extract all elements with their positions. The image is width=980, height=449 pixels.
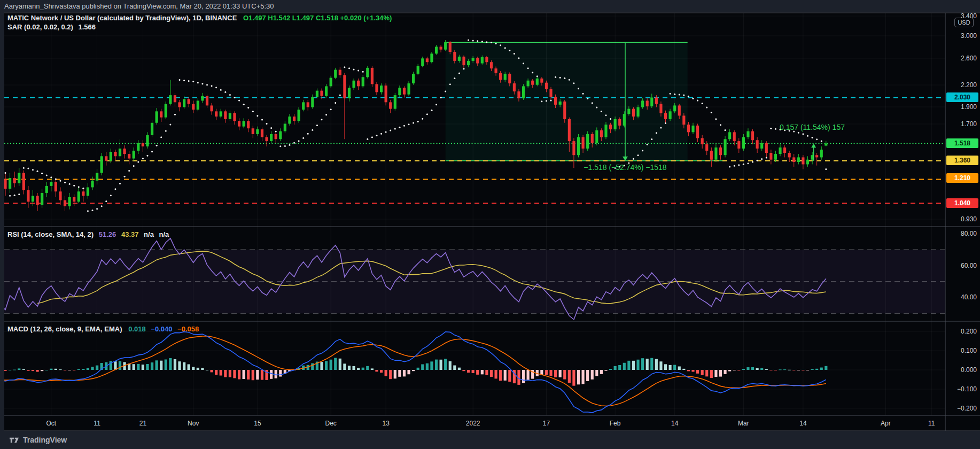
candle-body xyxy=(476,58,479,63)
time-tick-label[interactable]: 13 xyxy=(382,420,390,427)
brand-name[interactable]: TradingView xyxy=(23,436,67,444)
sar-dot xyxy=(302,137,304,139)
candle-body xyxy=(481,57,484,64)
candle-body xyxy=(792,157,795,162)
time-tick-label[interactable]: 15 xyxy=(254,420,261,427)
sar-dot xyxy=(64,182,66,183)
sar-dot xyxy=(665,122,666,124)
time-tick-label[interactable]: 14 xyxy=(671,420,679,427)
sar-dot xyxy=(243,104,245,105)
candle-body xyxy=(275,134,277,139)
candle-body xyxy=(595,130,598,143)
price-tick-label: 0.930 xyxy=(961,215,977,223)
sar-dot xyxy=(261,119,263,120)
candle-body xyxy=(160,111,162,117)
time-tick-label[interactable]: Oct xyxy=(46,420,56,427)
candle-body xyxy=(55,182,57,191)
sar-dot xyxy=(610,118,611,120)
candle-body xyxy=(100,156,103,173)
candle-body xyxy=(636,107,639,117)
rsi-legend[interactable]: RSI (14, close, SMA, 14, 2) 51.26 43.37 … xyxy=(7,230,169,238)
candle-body xyxy=(265,137,268,142)
macd-panel[interactable] xyxy=(0,331,945,413)
macd-histogram-bar xyxy=(22,369,25,370)
sar-dot xyxy=(559,77,561,79)
candle-body xyxy=(825,143,827,145)
macd-histogram-bar xyxy=(160,361,162,370)
macd-histogram-bar xyxy=(275,370,277,378)
macd-histogram-bar xyxy=(398,370,401,377)
candle-body xyxy=(811,155,813,160)
candle-body xyxy=(783,148,786,153)
candle-body xyxy=(398,88,401,95)
candle-body xyxy=(513,83,516,91)
sar-dot xyxy=(679,94,680,96)
sar-dot xyxy=(458,72,460,74)
candle-body xyxy=(366,68,369,77)
time-tick-label[interactable]: Dec xyxy=(325,420,337,427)
rsi-panel[interactable] xyxy=(0,238,945,320)
time-tick-label[interactable]: Mar xyxy=(738,420,749,427)
sar-dot xyxy=(408,123,410,125)
ohlc-high-value: 1.542 xyxy=(273,14,291,22)
candle-body xyxy=(691,126,694,132)
candle-body xyxy=(737,141,740,149)
ohlc-open-value: 1.497 xyxy=(248,14,266,22)
time-tick-label[interactable]: 11 xyxy=(94,420,100,427)
chart-canvas[interactable]: −1.518 (−52.74%) −15180.157 (11.54%) 157… xyxy=(0,0,980,449)
macd-histogram-bar xyxy=(687,370,690,371)
measure-up-arrowhead xyxy=(811,143,816,148)
time-tick-label[interactable]: Feb xyxy=(610,420,621,427)
sar-dot xyxy=(481,41,483,42)
price-tick-label: 1.700 xyxy=(961,120,977,128)
candle-body xyxy=(719,148,722,155)
sar-dot xyxy=(234,97,236,98)
sar-dot xyxy=(266,123,268,125)
candle-body xyxy=(710,151,713,160)
macd-histogram-bar xyxy=(581,370,584,384)
candle-body xyxy=(183,99,185,107)
macd-legend[interactable]: MACD (12, 26, close, 9, EMA, EMA) 0.018 … xyxy=(7,325,199,333)
time-tick-label[interactable]: Nov xyxy=(188,420,199,427)
sar-dot xyxy=(651,138,652,140)
sar-dot xyxy=(647,144,648,145)
candle-body xyxy=(696,126,699,138)
time-tick-label[interactable]: 21 xyxy=(139,420,147,427)
sar-dot xyxy=(289,144,290,146)
time-tick-label[interactable]: 11 xyxy=(928,420,935,427)
candle-body xyxy=(59,191,61,200)
sar-label[interactable]: SAR (0.02, 0.02, 0.2) xyxy=(7,23,73,31)
sar-dot xyxy=(82,188,84,189)
time-tick-label[interactable]: 2022 xyxy=(466,420,480,427)
macd-histogram-bar xyxy=(407,370,410,374)
time-tick-label[interactable]: Apr xyxy=(881,420,891,427)
macd-histogram-bar xyxy=(481,370,484,374)
macd-histogram-bar xyxy=(522,370,525,383)
symbol-legend[interactable]: MATIC Network / US Dollar (calculated by… xyxy=(7,14,392,22)
macd-histogram-bar xyxy=(320,362,323,370)
macd-histogram-bar xyxy=(311,363,314,370)
time-tick-label[interactable]: 17 xyxy=(543,420,550,427)
candle-body xyxy=(215,111,217,117)
measure-up-label: 0.157 (11.54%) 157 xyxy=(780,123,845,131)
rsi-title[interactable]: RSI (14, close, SMA, 14, 2) xyxy=(7,230,94,238)
time-tick-label[interactable]: 14 xyxy=(799,420,807,427)
main-panel[interactable]: −1.518 (−52.74%) −15180.157 (11.54%) 157 xyxy=(4,16,945,219)
currency-unit-button[interactable]: USD xyxy=(954,18,974,27)
sar-dot xyxy=(403,125,405,127)
brand-bar: TradingView xyxy=(0,431,980,449)
sar-legend[interactable]: SAR (0.02, 0.02, 0.2) 1.566 xyxy=(7,23,96,31)
sar-dot xyxy=(133,165,135,167)
macd-histogram-bar xyxy=(792,370,795,370)
sar-dot xyxy=(812,137,813,138)
candle-body xyxy=(604,125,607,137)
tradingview-logo-icon[interactable] xyxy=(10,436,19,444)
macd-title[interactable]: MACD (12, 26, close, 9, EMA, EMA) xyxy=(7,325,122,333)
macd-histogram-bar xyxy=(774,370,777,370)
symbol-title[interactable]: MATIC Network / US Dollar (calculated by… xyxy=(7,14,237,22)
candle-body xyxy=(261,129,263,137)
sar-dot xyxy=(137,161,139,162)
macd-histogram-bar xyxy=(169,358,172,370)
price-tick-label: 3.000 xyxy=(961,32,977,40)
macd-histogram-bar xyxy=(820,368,823,370)
